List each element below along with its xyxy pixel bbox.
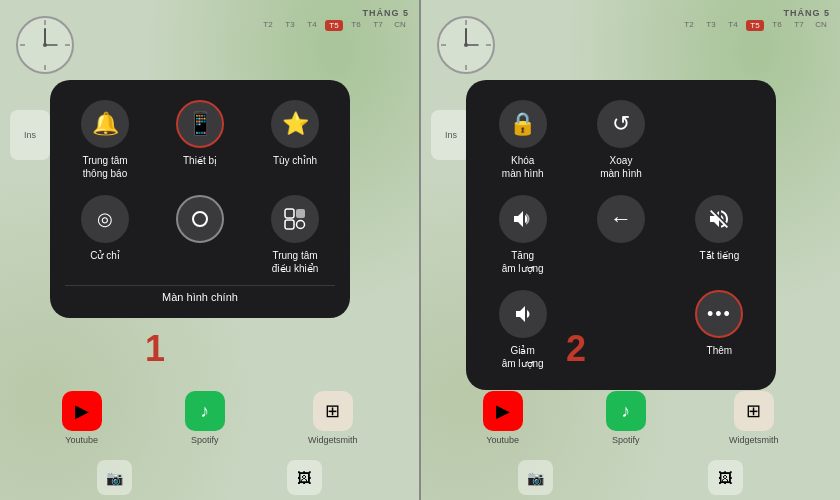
step-number-1: 1 [145,328,165,370]
cal2-t5-active: T5 [746,20,764,31]
spotify-icon-right: ♪ [606,391,646,431]
youtube-icon: ▶ [62,391,102,431]
control-center-item[interactable]: Trung tâmđiều khiển [255,195,335,275]
gesture-label: Cử chỉ [90,249,120,262]
panel-left: THÁNG 5 T2 T3 T4 T5 T6 T7 CN Ins [0,0,419,500]
home-button-icon [176,195,224,243]
cal-t6: T6 [347,20,365,31]
assistive-touch-popup-right: 🔒 Khóamàn hình ↺ Xoaymàn hình Tăngâm lượ… [466,80,776,390]
notification-label: Trung tâmthông báo [82,154,127,180]
widgetsmith-app-right[interactable]: ⊞ Widgetsmith [729,391,779,445]
lock-label: Khóamàn hình [502,154,544,180]
svg-rect-8 [285,209,294,218]
svg-rect-9 [296,209,305,218]
calendar-days-right: T2 T3 T4 T5 T6 T7 CN [680,20,830,31]
small-icon-1: 📷 [97,460,132,495]
volume-up-item[interactable]: Tăngâm lượng [481,195,564,275]
mute-icon [695,195,743,243]
cal2-t7: T7 [790,20,808,31]
bottom-small-icons-right: 📷 🖼 [421,460,840,495]
home-screen-label: Màn hình chính [65,285,335,303]
gesture-icon: ◎ [81,195,129,243]
cal2-t2: T2 [680,20,698,31]
device-label: Thiết bị [183,154,217,167]
widgetsmith-icon-right: ⊞ [734,391,774,431]
device-item[interactable]: 📱 Thiết bị [160,100,240,180]
step-number-2: 2 [566,328,586,370]
mute-item[interactable]: Tắt tiếng [678,195,761,275]
control-center-label: Trung tâmđiều khiển [272,249,318,275]
mute-label: Tắt tiếng [699,249,739,262]
cal-cn: CN [391,20,409,31]
notification-center-item[interactable]: 🔔 Trung tâmthông báo [65,100,145,180]
widgetsmith-app[interactable]: ⊞ Widgetsmith [308,391,358,445]
cal-t5-active: T5 [325,20,343,31]
svg-point-11 [297,221,305,229]
svg-point-7 [43,43,47,47]
small-icon-3: 📷 [518,460,553,495]
youtube-label: Youtube [65,435,98,445]
svg-rect-10 [285,220,294,229]
bottom-apps-left: ▶ Youtube ♪ Spotify ⊞ Widgetsmith [0,391,419,445]
cal2-t6: T6 [768,20,786,31]
bottom-small-icons-left: 📷 🖼 [0,460,419,495]
volume-down-item[interactable]: Giảmâm lượng [481,290,564,370]
youtube-icon-right: ▶ [483,391,523,431]
more-label: Thêm [707,344,733,357]
control-center-icon [271,195,319,243]
volume-up-label: Tăngâm lượng [502,249,544,275]
calendar-days-left: T2 T3 T4 T5 T6 T7 CN [259,20,409,31]
bottom-apps-right: ▶ Youtube ♪ Spotify ⊞ Widgetsmith [421,391,840,445]
cal-t2: T2 [259,20,277,31]
popup-grid-left: 🔔 Trung tâmthông báo 📱 Thiết bị ⭐ Tùy ch… [65,100,335,275]
more-item[interactable]: ••• Thêm [678,290,761,370]
cal2-t3: T3 [702,20,720,31]
cal-t4: T4 [303,20,321,31]
customize-label: Tùy chỉnh [273,154,317,167]
cal-t7: T7 [369,20,387,31]
calendar-strip-right: THÁNG 5 T2 T3 T4 T5 T6 T7 CN [680,8,830,31]
lock-screen-item[interactable]: 🔒 Khóamàn hình [481,100,564,180]
svg-point-19 [464,43,468,47]
spotify-app-right[interactable]: ♪ Spotify [606,391,646,445]
home-button-item[interactable] [160,195,240,275]
spotify-app[interactable]: ♪ Spotify [185,391,225,445]
calendar-strip-left: THÁNG 5 T2 T3 T4 T5 T6 T7 CN [259,8,409,31]
assistive-touch-popup-left: 🔔 Trung tâmthông báo 📱 Thiết bị ⭐ Tùy ch… [50,80,350,318]
month-label-left: THÁNG 5 [362,8,409,18]
small-icon-2: 🖼 [287,460,322,495]
widgetsmith-label: Widgetsmith [308,435,358,445]
cal2-cn: CN [812,20,830,31]
spotify-icon: ♪ [185,391,225,431]
more-icon: ••• [695,290,743,338]
rotate-icon: ↺ [597,100,645,148]
small-icon-4: 🖼 [708,460,743,495]
back-icon: ← [597,195,645,243]
volume-down-icon [499,290,547,338]
back-item[interactable]: ← [579,195,662,275]
volume-down-label: Giảmâm lượng [502,344,544,370]
youtube-app-right[interactable]: ▶ Youtube [483,391,523,445]
youtube-app[interactable]: ▶ Youtube [62,391,102,445]
customize-item[interactable]: ⭐ Tùy chỉnh [255,100,335,180]
month-label-right: THÁNG 5 [783,8,830,18]
gesture-item[interactable]: ◎ Cử chỉ [65,195,145,275]
ins-widget-left: Ins [10,110,50,160]
lock-icon: 🔒 [499,100,547,148]
cal-t3: T3 [281,20,299,31]
cal2-t4: T4 [724,20,742,31]
customize-icon: ⭐ [271,100,319,148]
rotate-label: Xoaymàn hình [600,154,642,180]
rotate-screen-item[interactable]: ↺ Xoaymàn hình [579,100,662,180]
ins-widget-right: Ins [431,110,471,160]
clock-widget-right [436,15,501,80]
spotify-label-right: Spotify [612,435,640,445]
popup-grid-right: 🔒 Khóamàn hình ↺ Xoaymàn hình Tăngâm lượ… [481,100,761,370]
spotify-label: Spotify [191,435,219,445]
notification-icon: 🔔 [81,100,129,148]
widgetsmith-icon: ⊞ [313,391,353,431]
clock-widget-left [15,15,80,80]
volume-up-icon [499,195,547,243]
widgetsmith-label-right: Widgetsmith [729,435,779,445]
panel-right: THÁNG 5 T2 T3 T4 T5 T6 T7 CN Ins [421,0,840,500]
